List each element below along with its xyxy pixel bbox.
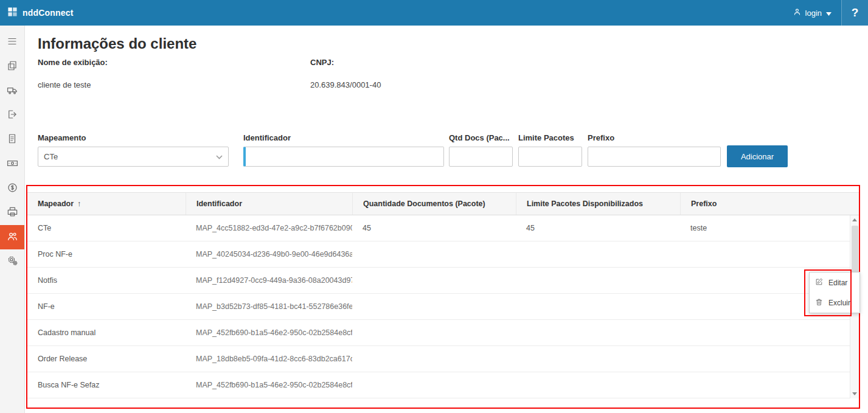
table-row[interactable]: Notfis MAP_f12d4927-0cc9-449a-9a36-08a20… xyxy=(27,268,859,294)
users-icon xyxy=(7,231,18,245)
cell-identificador: MAP_18db8eb5-09fa-41d2-8cc6-83db2ca617c5 xyxy=(186,346,352,372)
context-menu-label: Excluir xyxy=(828,299,850,307)
help-button[interactable]: ? xyxy=(841,0,868,26)
sidebar-item-transport[interactable] xyxy=(0,79,24,103)
grid-header: Mapeador ↑ Identificador Quantidade Docu… xyxy=(27,192,859,215)
document-icon xyxy=(7,133,18,147)
brand-logo-icon xyxy=(7,7,18,19)
sidebar-item-export[interactable] xyxy=(0,103,24,128)
cell-limite xyxy=(516,320,680,345)
column-header-identificador[interactable]: Identificador xyxy=(186,193,352,215)
context-menu-label: Editar xyxy=(828,279,847,287)
identificador-input[interactable] xyxy=(243,147,444,167)
sidebar-item-users[interactable] xyxy=(0,225,24,249)
cell-prefixo xyxy=(680,346,859,372)
cell-mapeador: Cadastro manual xyxy=(27,320,186,345)
mapeamento-label: Mapeamento xyxy=(38,133,86,142)
table-row[interactable]: Cadastro manual MAP_452fb690-b1a5-46e2-9… xyxy=(27,320,859,346)
sidebar-item-documents[interactable] xyxy=(0,55,24,79)
chevron-down-icon xyxy=(826,9,832,18)
cell-qtd-docs xyxy=(352,372,516,398)
chevron-down-icon xyxy=(216,152,223,161)
table-row[interactable]: Order Release MAP_18db8eb5-09fa-41d2-8cc… xyxy=(27,346,859,372)
cell-identificador: MAP_452fb690-b1a5-46e2-950c-02b2584e8cff xyxy=(186,320,352,345)
column-header-mapeador[interactable]: Mapeador ↑ xyxy=(27,193,186,215)
scroll-up-icon[interactable] xyxy=(850,215,859,224)
cell-qtd-docs xyxy=(352,346,516,372)
table-row[interactable]: Busca NF-e Sefaz MAP_452fb690-b1a5-46e2-… xyxy=(27,372,859,398)
sidebar-item-devices[interactable] xyxy=(0,201,24,225)
mappings-grid: Mapeador ↑ Identificador Quantidade Docu… xyxy=(27,192,859,398)
cnpj-value: 20.639.843/0001-40 xyxy=(310,80,381,89)
cell-prefixo xyxy=(680,372,859,398)
row-context-menu: Editar Excluir xyxy=(809,272,860,313)
user-icon xyxy=(793,8,801,18)
currency-circle-icon xyxy=(7,182,18,196)
display-name-label: Nome de exibição: xyxy=(38,58,108,67)
cell-limite xyxy=(516,294,680,319)
column-header-quantidade[interactable]: Quantidade Documentos (Pacote) xyxy=(352,193,516,215)
cnpj-label: CNPJ: xyxy=(310,58,334,67)
cell-prefixo xyxy=(680,320,859,345)
brand: nddConnect xyxy=(0,7,74,19)
column-header-limite[interactable]: Limite Pacotes Disponibilizados xyxy=(516,193,680,215)
cell-identificador: MAP_b3d52b73-df85-4181-bc41-552786e36fe4 xyxy=(186,294,352,319)
cell-limite: 45 xyxy=(516,215,680,241)
cell-mapeador: Order Release xyxy=(27,346,186,372)
cell-limite xyxy=(516,346,680,372)
help-label: ? xyxy=(852,6,859,19)
sidebar-item-document[interactable] xyxy=(0,128,24,152)
cell-mapeador: Notfis xyxy=(27,268,186,293)
sort-asc-icon: ↑ xyxy=(77,200,81,208)
cell-identificador: MAP_452fb690-b1a5-46e2-950c-02b2584e8cff xyxy=(186,372,352,398)
context-menu-item-excluir[interactable]: Excluir xyxy=(810,293,859,313)
printer-icon xyxy=(7,206,18,220)
sidebar xyxy=(0,26,25,413)
truck-icon xyxy=(7,85,18,99)
cell-qtd-docs: 45 xyxy=(352,215,516,241)
cell-qtd-docs xyxy=(352,294,516,319)
mappings-table-annotation: Mapeador ↑ Identificador Quantidade Docu… xyxy=(26,185,860,409)
context-menu-item-editar[interactable]: Editar xyxy=(810,272,859,293)
mapeamento-selected-value: CTe xyxy=(44,152,58,161)
trash-icon xyxy=(815,298,823,308)
sidebar-item-billing[interactable] xyxy=(0,152,24,176)
export-icon xyxy=(7,109,18,122)
cell-mapeador: CTe xyxy=(27,215,186,241)
table-row[interactable]: CTe MAP_4cc51882-ed3d-47e2-a9c2-b7f6762b… xyxy=(27,215,859,241)
pages-icon xyxy=(7,60,18,74)
cell-mapeador: Proc NF-e xyxy=(27,241,186,267)
identificador-label: Identificador xyxy=(243,133,291,142)
cell-identificador: MAP_40245034-d236-49b0-9e00-46e9d6436a21 xyxy=(186,241,352,267)
sidebar-item-currency[interactable] xyxy=(0,176,24,201)
login-menu[interactable]: login xyxy=(783,0,841,26)
cell-qtd-docs xyxy=(352,320,516,345)
mapeamento-select[interactable]: CTe xyxy=(38,147,229,167)
adicionar-button[interactable]: Adicionar xyxy=(727,145,788,167)
gears-icon xyxy=(7,255,18,269)
main-content: Informações do cliente Nome de exibição:… xyxy=(25,26,868,413)
sidebar-item-menu[interactable] xyxy=(0,30,24,55)
page-title: Informações do cliente xyxy=(38,35,196,52)
cell-prefixo xyxy=(680,241,859,267)
cell-identificador: MAP_f12d4927-0cc9-449a-9a36-08a20043d97d xyxy=(186,268,352,293)
table-row[interactable]: Proc NF-e MAP_40245034-d236-49b0-9e00-46… xyxy=(27,241,859,268)
qtd-docs-input[interactable] xyxy=(449,147,513,167)
table-row[interactable]: NF-e MAP_b3d52b73-df85-4181-bc41-552786e… xyxy=(27,294,859,320)
prefixo-input[interactable] xyxy=(588,147,721,167)
brand-name: nddConnect xyxy=(23,8,74,18)
cell-mapeador: Busca NF-e Sefaz xyxy=(27,372,186,398)
menu-icon xyxy=(7,36,18,49)
login-label: login xyxy=(805,9,822,18)
prefixo-label: Prefixo xyxy=(588,133,614,142)
cell-prefixo: teste xyxy=(680,215,859,241)
scroll-down-icon[interactable] xyxy=(850,389,859,398)
cell-qtd-docs xyxy=(352,241,516,267)
limite-pacotes-input[interactable] xyxy=(518,147,582,167)
column-header-prefixo[interactable]: Prefixo xyxy=(680,193,859,215)
edit-icon xyxy=(815,278,823,288)
cell-limite xyxy=(516,268,680,293)
qtd-docs-label: Qtd Docs (Pac... xyxy=(449,133,510,142)
sidebar-item-settings[interactable] xyxy=(0,249,24,274)
limite-pacotes-label: Limite Pacotes xyxy=(518,133,574,142)
